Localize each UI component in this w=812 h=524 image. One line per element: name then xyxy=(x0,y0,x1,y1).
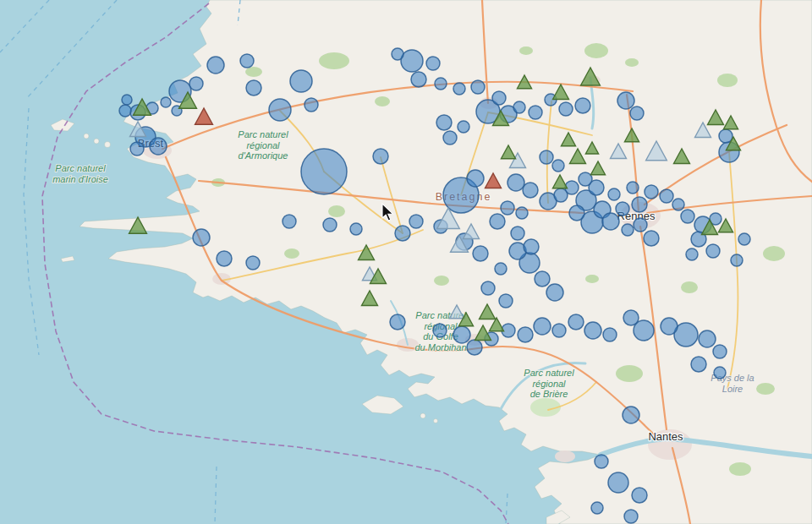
map-marker-circle[interactable] xyxy=(122,95,132,105)
map-marker-circle[interactable] xyxy=(453,83,465,95)
map-marker-circle[interactable] xyxy=(207,57,224,74)
map-marker-circle[interactable] xyxy=(524,239,539,254)
area-label: régional xyxy=(246,140,280,150)
map-marker-circle[interactable] xyxy=(435,78,447,90)
map-marker-circle[interactable] xyxy=(411,72,426,87)
map-marker-circle[interactable] xyxy=(467,340,482,355)
map-marker-circle[interactable] xyxy=(603,328,617,341)
map-marker-circle[interactable] xyxy=(719,129,732,143)
map-marker-circle[interactable] xyxy=(645,185,658,199)
map-marker-circle[interactable] xyxy=(323,218,337,232)
map-marker-circle[interactable] xyxy=(513,101,525,113)
map-marker-circle[interactable] xyxy=(731,254,743,266)
map-marker-circle[interactable] xyxy=(193,229,210,246)
map-marker-circle[interactable] xyxy=(595,455,608,468)
map-marker-circle[interactable] xyxy=(660,189,673,203)
map-marker-circle[interactable] xyxy=(534,318,551,335)
map-marker-circle[interactable] xyxy=(150,138,167,155)
map-marker-circle[interactable] xyxy=(681,210,694,223)
map-marker-circle[interactable] xyxy=(443,131,457,145)
map-marker-circle[interactable] xyxy=(240,54,254,68)
map-marker-circle[interactable] xyxy=(350,223,362,235)
map-marker-circle[interactable] xyxy=(161,97,171,107)
map-marker-circle[interactable] xyxy=(632,197,647,212)
map-marker-circle[interactable] xyxy=(579,172,592,186)
map-marker-circle[interactable] xyxy=(130,142,144,156)
map-marker-circle[interactable] xyxy=(119,105,131,117)
map-marker-circle[interactable] xyxy=(467,170,484,187)
map-marker-circle[interactable] xyxy=(617,92,634,109)
map-marker-circle[interactable] xyxy=(699,330,716,347)
map-marker-circle[interactable] xyxy=(535,271,550,287)
map-marker-circle[interactable] xyxy=(426,57,440,70)
map-marker-circle[interactable] xyxy=(546,284,563,301)
map-marker-circle[interactable] xyxy=(714,367,726,379)
map-marker-circle[interactable] xyxy=(269,99,291,121)
map-marker-circle[interactable] xyxy=(373,149,388,164)
map-marker-circle[interactable] xyxy=(508,174,524,191)
map-marker-circle[interactable] xyxy=(630,106,644,120)
map-marker-circle[interactable] xyxy=(661,318,678,335)
map-marker-circle[interactable] xyxy=(471,80,485,94)
area-label: Parc naturel xyxy=(55,163,106,173)
map-marker-circle[interactable] xyxy=(552,324,566,337)
map-canvas[interactable]: BrestBretagneRennesNantesParc naturelmar… xyxy=(0,0,812,524)
map-marker-circle[interactable] xyxy=(246,256,260,270)
map-marker-circle[interactable] xyxy=(392,48,403,60)
map-marker-circle[interactable] xyxy=(189,77,203,90)
map-marker-circle[interactable] xyxy=(622,224,634,236)
map-marker-circle[interactable] xyxy=(409,215,423,228)
map-marker-circle[interactable] xyxy=(283,215,296,228)
map-marker-circle[interactable] xyxy=(436,115,452,130)
map-marker-circle[interactable] xyxy=(738,233,750,245)
map-marker-circle[interactable] xyxy=(490,214,505,229)
map-marker-circle[interactable] xyxy=(623,407,639,423)
map-marker-circle[interactable] xyxy=(516,207,528,219)
map-marker-circle[interactable] xyxy=(632,488,647,503)
map-marker-circle[interactable] xyxy=(559,102,573,116)
map-marker-circle[interactable] xyxy=(301,149,347,194)
map-marker-circle[interactable] xyxy=(501,201,514,215)
map-marker-circle[interactable] xyxy=(481,281,495,295)
map-marker-circle[interactable] xyxy=(634,218,647,232)
map-marker-circle[interactable] xyxy=(304,98,318,112)
map-marker-circle[interactable] xyxy=(433,324,447,337)
map-marker-circle[interactable] xyxy=(644,231,659,246)
map-marker-circle[interactable] xyxy=(575,98,590,113)
map-marker-circle[interactable] xyxy=(523,183,538,198)
map-marker-circle[interactable] xyxy=(691,357,706,372)
map-marker-circle[interactable] xyxy=(591,502,603,514)
map-marker-circle[interactable] xyxy=(390,314,405,330)
map-marker-circle[interactable] xyxy=(453,326,470,343)
map-marker-circle[interactable] xyxy=(624,510,638,523)
map-marker-circle[interactable] xyxy=(713,345,727,358)
map-marker-circle[interactable] xyxy=(492,91,506,105)
map-marker-circle[interactable] xyxy=(499,294,513,308)
map-marker-circle[interactable] xyxy=(246,80,261,96)
map-marker-circle[interactable] xyxy=(395,226,410,241)
map-marker-circle[interactable] xyxy=(608,472,628,493)
map-marker-circle[interactable] xyxy=(529,106,542,119)
map-marker-circle[interactable] xyxy=(458,121,469,133)
map-marker-circle[interactable] xyxy=(686,248,698,260)
map-marker-circle[interactable] xyxy=(290,70,312,92)
map-marker-circle[interactable] xyxy=(473,246,488,261)
map-marker-circle[interactable] xyxy=(623,310,639,325)
map-marker-circle[interactable] xyxy=(608,188,620,200)
map-marker-circle[interactable] xyxy=(584,322,601,339)
area-label: Parc naturel xyxy=(238,129,288,139)
map-marker-circle[interactable] xyxy=(568,314,584,330)
map-marker-circle[interactable] xyxy=(569,205,584,221)
map-marker-circle[interactable] xyxy=(602,213,619,230)
map-marker-circle[interactable] xyxy=(495,263,507,275)
map-marker-circle[interactable] xyxy=(518,327,533,342)
map-marker-circle[interactable] xyxy=(217,251,232,266)
map-marker-circle[interactable] xyxy=(552,160,564,172)
map-marker-circle[interactable] xyxy=(511,227,524,240)
map-marker-circle[interactable] xyxy=(672,199,684,210)
map-marker-circle[interactable] xyxy=(616,202,629,216)
map-marker-circle[interactable] xyxy=(706,244,720,258)
map-marker-circle[interactable] xyxy=(627,182,639,194)
map-marker-circle[interactable] xyxy=(401,50,423,72)
map-marker-circle[interactable] xyxy=(540,150,553,164)
